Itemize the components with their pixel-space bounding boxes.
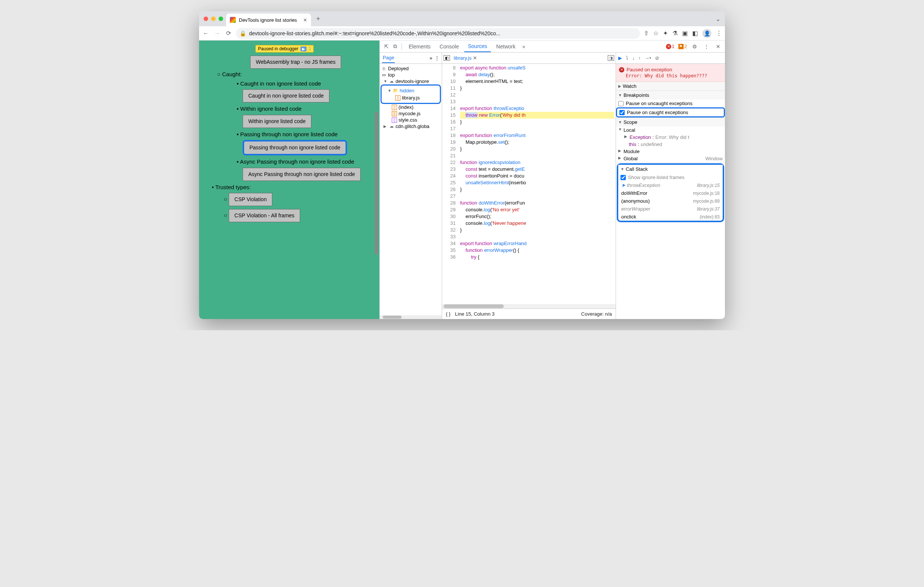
scope-module[interactable]: ▶Module — [616, 148, 725, 155]
show-ignored-checkbox[interactable] — [620, 175, 626, 180]
pause-caught-checkbox[interactable] — [619, 110, 625, 115]
show-ignored-checkbox-row[interactable]: Show ignore-listed frames — [618, 173, 723, 181]
toggle-debugger-icon[interactable]: ◨ — [608, 55, 614, 61]
callstack-header[interactable]: ▼Call Stack — [618, 165, 723, 173]
async-passing-button[interactable]: Async Passing through non ignore listed … — [243, 168, 361, 181]
close-devtools-icon[interactable]: ✕ — [714, 44, 722, 49]
device-icon[interactable]: ⧉ — [392, 43, 399, 49]
tabs-overflow-icon[interactable]: ⌄ — [716, 15, 720, 23]
bookmark-icon[interactable]: ☆ — [653, 30, 658, 37]
scrollbar-thumb[interactable] — [375, 112, 378, 255]
editor-status-bar: { } Line 15, Column 3 Coverage: n/a — [442, 309, 615, 319]
mycode-file[interactable]: ▯mycode.js — [381, 110, 441, 117]
style-file[interactable]: ▯style.css — [381, 117, 441, 123]
cdn-node[interactable]: ▶☁cdn.glitch.globa — [381, 123, 441, 130]
step-over-button[interactable]: ⤵ — [626, 55, 629, 61]
coverage-status: Coverage: n/a — [581, 311, 612, 317]
step-out-button[interactable]: ↑ — [639, 55, 641, 61]
callstack-frame[interactable]: errorWrapperlibrary.js:37 — [618, 205, 723, 213]
chevron-down-icon: ▼ — [618, 120, 622, 124]
callstack-frame[interactable]: onclick(index):83 — [618, 213, 723, 221]
minimize-window-button[interactable] — [211, 16, 216, 21]
within-ignore-button[interactable]: Within ignore listed code — [243, 115, 311, 128]
close-window-button[interactable] — [204, 16, 208, 21]
pause-uncaught-checkbox[interactable] — [618, 101, 624, 106]
editor-h-scrollbar[interactable] — [442, 304, 615, 309]
tab-console[interactable]: Console — [436, 41, 462, 52]
passing-through-button[interactable]: Passing through non ignore listed code — [243, 140, 347, 155]
tab-close-icon[interactable]: ✕ — [303, 17, 307, 23]
callstack-section: ▼Call Stack Show ignore-listed frames ➤t… — [617, 163, 724, 222]
frame-name: doWithError — [621, 190, 647, 196]
app2-icon[interactable]: ◧ — [692, 30, 698, 37]
editor-tab-close-icon[interactable]: ✕ — [473, 55, 477, 61]
top-node[interactable]: ▭top — [381, 72, 441, 78]
inspect-icon[interactable]: ⇱ — [383, 44, 390, 49]
caught-non-ignore-button[interactable]: Caught in non ignore listed code — [243, 89, 329, 102]
maximize-window-button[interactable] — [219, 16, 223, 21]
more-tabs-icon[interactable]: » — [521, 44, 526, 49]
scope-header[interactable]: ▼Scope — [616, 118, 725, 127]
index-file[interactable]: ▯(index) — [381, 104, 441, 110]
frame-icon: ▭ — [381, 72, 386, 78]
chevron-right-icon: ▶ — [624, 134, 628, 140]
settings-icon[interactable]: ⚙ — [691, 44, 699, 49]
kebab-icon[interactable]: ⋮ — [702, 44, 711, 49]
breakpoints-header[interactable]: ▼Breakpoints — [616, 91, 725, 99]
forward-button[interactable]: → — [213, 30, 221, 37]
page-list: WebAssembly trap - no JS frames Caught: … — [203, 54, 376, 224]
library-file[interactable]: ▯library.js — [388, 95, 419, 100]
scope-exception[interactable]: ▶Exception: Error: Why did t — [616, 133, 725, 141]
webassembly-trap-button[interactable]: WebAssembly trap - no JS frames — [250, 56, 341, 69]
code-area[interactable]: 8910111213141516171819202122232425262728… — [442, 64, 615, 304]
profile-avatar[interactable]: 👤 — [702, 29, 711, 38]
step-button[interactable]: →• — [645, 55, 651, 61]
scope-this[interactable]: this: undefined — [616, 141, 725, 148]
step-into-button[interactable]: ↓ — [632, 55, 635, 61]
tab-sources[interactable]: Sources — [464, 41, 491, 52]
toggle-nav-icon[interactable]: ◧ — [444, 55, 450, 61]
sidebar-kebab-icon[interactable]: ⋮ — [435, 55, 439, 61]
watch-section[interactable]: ▶Watch — [616, 82, 725, 91]
chevron-down-icon: ▼ — [383, 79, 387, 83]
browser-tab[interactable]: DevTools ignore list stories ✕ — [226, 13, 311, 26]
sidebar-more-icon[interactable]: » — [430, 55, 432, 61]
scope-local[interactable]: ▼Local — [616, 127, 725, 133]
sidebar-h-scrollbar[interactable] — [380, 315, 442, 319]
devtools-right: ✕1 ⚑2 ⚙ ⋮ ✕ — [666, 44, 722, 49]
domain-node[interactable]: ▼☁devtools-ignore — [381, 78, 441, 84]
menu-icon[interactable]: ⋮ — [716, 30, 722, 37]
csp-violation-button[interactable]: CSP Violation — [229, 193, 272, 206]
hidden-folder-highlight: ▼📁hidden ▯library.js — [381, 84, 441, 104]
scope-global[interactable]: ▶GlobalWindow — [616, 155, 725, 162]
address-bar[interactable]: 🔒 devtools-ignore-list-stories.glitch.me… — [236, 28, 640, 39]
pretty-print-icon[interactable]: { } — [446, 311, 450, 317]
step-icon[interactable]: ⤵ — [309, 46, 311, 51]
resume-button[interactable]: ▶ — [618, 55, 622, 61]
labs-icon[interactable]: ⚗ — [672, 30, 678, 37]
share-icon[interactable]: ⇧ — [644, 30, 648, 37]
issues-badge[interactable]: ⚑2 — [678, 44, 687, 49]
pause-caught-checkbox-row[interactable]: Pause on caught exceptions — [616, 107, 725, 117]
editor-file-tab[interactable]: library.js ✕ — [452, 54, 479, 62]
callstack-frame[interactable]: (anonymous)mycode.js:89 — [618, 197, 723, 205]
install-icon[interactable]: ▣ — [682, 30, 688, 37]
resume-icon[interactable]: ▶ — [300, 46, 307, 51]
callstack-frame[interactable]: ➤throwExceptionlibrary.js:15 — [618, 181, 723, 189]
csp-violation-all-button[interactable]: CSP Violation - All frames — [229, 209, 300, 222]
callstack-frame[interactable]: doWithErrormycode.js:18 — [618, 189, 723, 197]
deactivate-bp-button[interactable]: ⊘ — [655, 55, 659, 61]
code-editor: ◧ library.js ✕ ◨ 89101112131415161718192… — [442, 53, 616, 319]
back-button[interactable]: ← — [202, 30, 210, 37]
page-tab[interactable]: Page — [382, 53, 395, 63]
extensions-icon[interactable]: ✦ — [663, 30, 668, 37]
hidden-folder[interactable]: ▼📁hidden — [388, 88, 414, 94]
reload-button[interactable]: ⟳ — [224, 30, 232, 37]
deployed-node[interactable]: ⎘Deployed — [381, 65, 441, 72]
tab-elements[interactable]: Elements — [405, 41, 434, 52]
errors-badge[interactable]: ✕1 — [666, 44, 675, 49]
new-tab-button[interactable]: + — [316, 15, 320, 23]
html-file-icon: ▯ — [392, 105, 397, 110]
pause-uncaught-checkbox-row[interactable]: Pause on uncaught exceptions — [616, 99, 725, 107]
tab-network[interactable]: Network — [492, 41, 519, 52]
